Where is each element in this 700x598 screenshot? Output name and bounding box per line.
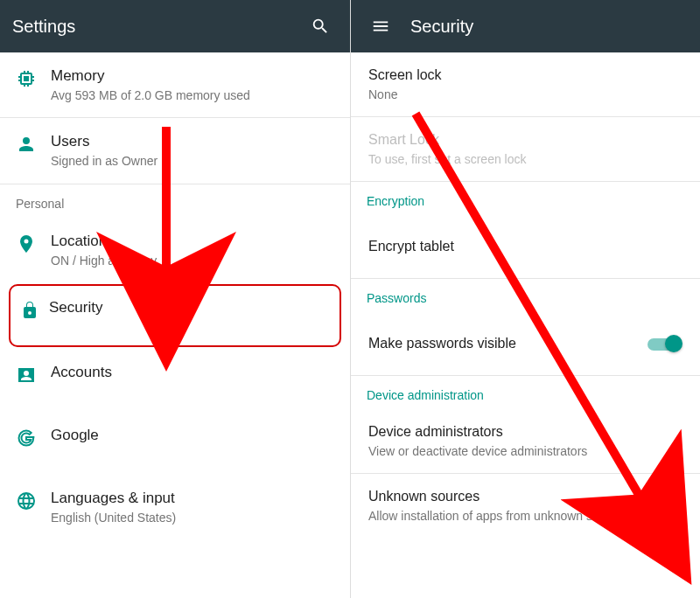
devadmin-sub: View or deactivate device administrators [368,443,682,459]
security-item-screenlock[interactable]: Screen lock None [351,52,700,116]
pwvisible-toggle[interactable] [648,335,682,352]
google-icon [16,426,51,448]
unknown-label: Unknown sources [368,488,648,506]
security-item-unknown[interactable]: Unknown sources Allow installation of ap… [351,474,700,538]
settings-item-security[interactable]: Security [9,284,341,347]
section-header-personal: Personal [0,184,350,218]
memory-sub: Avg 593 MB of 2.0 GB memory used [51,87,334,103]
settings-item-accounts[interactable]: Accounts [0,349,350,412]
users-label: Users [51,132,334,151]
security-page-title: Security [410,17,688,37]
security-item-pwvisible[interactable]: Make passwords visible [351,312,700,375]
security-label: Security [49,298,331,317]
memory-label: Memory [51,66,334,86]
location-icon [16,232,51,254]
devadmin-label: Device administrators [368,423,682,442]
section-header-deviceadmin: Device administration [351,376,700,409]
settings-item-languages[interactable]: Languages & input English (United States… [0,475,350,539]
settings-title: Settings [12,17,303,37]
accounts-label: Accounts [51,363,334,382]
pwvisible-label: Make passwords visible [368,335,648,353]
security-item-devadmin[interactable]: Device administrators View or deactivate… [351,409,700,473]
settings-item-users[interactable]: Users Signed in as Owner [0,118,350,184]
lock-icon [19,298,49,321]
unknown-toggle[interactable] [648,497,682,514]
languages-sub: English (United States) [51,510,334,525]
location-label: Location [51,232,334,251]
search-icon[interactable] [303,9,338,44]
google-label: Google [51,426,334,445]
smartlock-label: Smart Lock [368,131,682,150]
smartlock-sub: To use, first set a screen lock [368,151,682,167]
section-header-encryption: Encryption [351,182,700,215]
globe-icon [16,489,51,511]
menu-icon[interactable] [363,9,398,44]
user-icon [16,132,51,155]
security-appbar: Security [351,0,700,52]
settings-item-google[interactable]: Google [0,412,350,475]
settings-item-location[interactable]: Location ON / High accuracy [0,218,350,282]
section-header-passwords: Passwords [351,279,700,312]
security-item-smartlock: Smart Lock To use, first set a screen lo… [351,117,700,181]
screenlock-sub: None [368,87,682,102]
screenlock-label: Screen lock [368,66,682,85]
users-sub: Signed in as Owner [51,153,334,169]
accounts-icon [16,363,51,386]
settings-appbar: Settings [0,0,350,52]
encrypt-label: Encrypt tablet [368,238,682,256]
unknown-sub: Allow installation of apps from unknown … [368,508,648,524]
settings-item-memory[interactable]: Memory Avg 593 MB of 2.0 GB memory used [0,52,350,118]
memory-icon [16,66,51,89]
languages-label: Languages & input [51,489,334,508]
security-item-encrypt[interactable]: Encrypt tablet [351,215,700,278]
location-sub: ON / High accuracy [51,253,334,268]
